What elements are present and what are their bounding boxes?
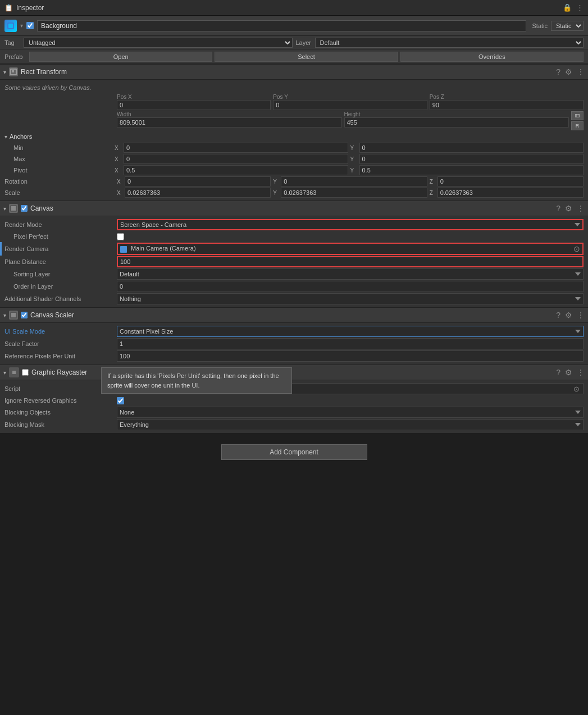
width-input[interactable] — [117, 117, 342, 127]
script-row: Script ⠿ GraphicRaycaster ⊙ — [0, 382, 588, 395]
anchors-max-x-input[interactable] — [124, 154, 348, 164]
scale-factor-label: Scale Factor — [4, 340, 117, 347]
anchors-min-x-label: X — [115, 145, 122, 151]
rotation-z-input[interactable] — [437, 176, 584, 186]
anchors-min-y-group: Y — [350, 143, 584, 153]
scale-factor-input[interactable] — [117, 338, 584, 349]
prefab-overrides-button[interactable]: Overrides — [400, 52, 584, 62]
plane-distance-label: Plane Distance — [4, 258, 117, 265]
raw-edit-button[interactable]: R — [571, 121, 584, 130]
scale-x-input[interactable] — [125, 188, 271, 198]
prefab-open-button[interactable]: Open — [29, 52, 212, 62]
graphic-raycaster-help-icon[interactable]: ? — [556, 368, 560, 377]
anchors-max-x-label: X — [115, 156, 122, 162]
script-select-icon[interactable]: ⊙ — [573, 385, 580, 393]
graphic-raycaster-section-header[interactable]: ▾ Graphic Raycaster If a sprite has this… — [0, 365, 588, 380]
graphic-raycaster-settings-icon[interactable]: ⚙ — [565, 368, 572, 377]
pivot-x-input[interactable] — [124, 165, 348, 175]
rect-transform-settings-icon[interactable]: ⚙ — [565, 67, 572, 76]
render-mode-label: Render Mode — [4, 221, 117, 228]
object-name-input[interactable]: Background — [37, 20, 526, 31]
canvas-scaler-help-icon[interactable]: ? — [556, 311, 560, 320]
blocking-mask-select[interactable]: Everything Nothing — [117, 419, 584, 430]
rect-transform-section-header[interactable]: ▾ Rect Transform ? ⚙ ⋮ — [0, 64, 588, 80]
order-in-layer-input[interactable] — [117, 281, 584, 292]
anchors-min-label: Min — [13, 144, 115, 151]
sorting-layer-select[interactable]: Default — [117, 268, 584, 280]
blueprint-button[interactable] — [571, 111, 584, 120]
canvas-help-icon[interactable]: ? — [556, 204, 560, 213]
canvas-enabled-checkbox[interactable] — [21, 205, 28, 212]
rotation-x-axis: X — [117, 179, 124, 185]
canvas-scaler-title: Canvas Scaler — [30, 311, 74, 319]
anchors-min-y-input[interactable] — [359, 143, 584, 153]
script-label: Script — [4, 385, 117, 392]
sorting-layer-label: Sorting Layer — [4, 271, 117, 277]
object-enabled-checkbox[interactable] — [26, 22, 34, 29]
canvas-scaler-enabled-checkbox[interactable] — [21, 312, 28, 318]
scale-z-input[interactable] — [437, 188, 584, 198]
collapse-arrow[interactable]: ▾ — [20, 22, 23, 29]
menu-icon[interactable]: ⋮ — [576, 3, 584, 12]
rect-transform-controls: ? ⚙ ⋮ — [556, 67, 585, 76]
render-camera-field[interactable]: Main Camera (Camera) ⊙ — [117, 243, 584, 255]
plane-distance-input[interactable] — [117, 256, 584, 267]
rect-transform-help-icon[interactable]: ? — [556, 67, 560, 76]
render-mode-select[interactable]: Screen Space - Camera Screen Space - Ove… — [117, 219, 584, 230]
canvas-scaler-section-header[interactable]: ▾ Canvas Scaler ? ⚙ ⋮ — [0, 307, 588, 323]
canvas-section-header[interactable]: ▾ Canvas ? ⚙ ⋮ — [0, 201, 588, 216]
rotation-y-input[interactable] — [281, 176, 427, 186]
scale-row: Scale X Y Z — [0, 187, 588, 198]
tag-select[interactable]: Untagged — [24, 38, 293, 48]
lock-icon[interactable]: 🔒 — [563, 3, 572, 12]
scale-y-input[interactable] — [281, 188, 427, 198]
canvas-scaler-menu-icon[interactable]: ⋮ — [577, 311, 585, 320]
canvas-scaler-body: UI Scale Mode Constant Pixel Size Scale … — [0, 323, 588, 365]
graphic-raycaster-title: Graphic Raycaster — [31, 368, 87, 376]
pos-y-input[interactable] — [273, 100, 427, 110]
graphic-raycaster-menu-icon[interactable]: ⋮ — [577, 368, 585, 377]
canvas-settings-icon[interactable]: ⚙ — [565, 204, 572, 213]
ignore-reversed-checkbox[interactable] — [117, 397, 124, 404]
rect-transform-menu-icon[interactable]: ⋮ — [577, 67, 585, 76]
ref-pixels-input[interactable] — [117, 350, 584, 362]
pivot-y-group: Y — [350, 165, 584, 175]
static-dropdown[interactable]: Static — [551, 21, 584, 31]
wh-buttons: R — [571, 111, 584, 130]
height-input[interactable] — [344, 117, 569, 127]
pos-z-group: Pos Z — [430, 94, 584, 110]
anchors-max-y-input[interactable] — [359, 154, 584, 164]
pos-z-input[interactable] — [430, 100, 584, 110]
pos-x-input[interactable] — [117, 100, 271, 110]
add-component-button[interactable]: Add Component — [221, 444, 367, 460]
ui-scale-mode-select[interactable]: Constant Pixel Size Scale With Screen Si… — [117, 326, 584, 337]
scale-y-group: Y — [273, 188, 427, 198]
title-bar-controls: 🔒 ⋮ — [563, 3, 584, 12]
additional-shader-label: Additional Shader Channels — [4, 295, 117, 302]
width-group: Width — [117, 111, 342, 127]
canvas-menu-icon[interactable]: ⋮ — [577, 204, 585, 213]
prefab-select-button[interactable]: Select — [215, 52, 398, 62]
additional-shader-select[interactable]: Nothing Everything — [117, 293, 584, 304]
pivot-y-input[interactable] — [359, 165, 584, 175]
render-camera-select-icon[interactable]: ⊙ — [573, 244, 580, 253]
height-group: Height — [344, 111, 569, 127]
pixel-perfect-row: Pixel Perfect — [0, 231, 588, 242]
layer-select[interactable]: Default — [315, 38, 584, 48]
anchors-min-row: Min X Y — [0, 142, 588, 153]
anchors-min-x-input[interactable] — [124, 143, 348, 153]
pixel-perfect-checkbox[interactable] — [117, 233, 124, 240]
rect-transform-arrow: ▾ — [3, 69, 6, 75]
width-label: Width — [117, 111, 342, 117]
canvas-scaler-settings-icon[interactable]: ⚙ — [565, 311, 572, 320]
render-camera-label: Render Camera — [4, 245, 117, 252]
pivot-x-label: X — [115, 167, 122, 174]
anchors-max-y-group: Y — [350, 154, 584, 164]
pos-x-group: Pos X — [117, 94, 271, 110]
graphic-raycaster-enabled-checkbox[interactable] — [22, 369, 29, 376]
rotation-x-input[interactable] — [125, 176, 271, 186]
anchors-arrow[interactable]: ▾ — [4, 134, 7, 140]
layer-label: Layer — [296, 39, 312, 46]
blocking-objects-select[interactable]: None Two D Three D All — [117, 407, 584, 418]
svg-rect-12 — [12, 371, 16, 374]
